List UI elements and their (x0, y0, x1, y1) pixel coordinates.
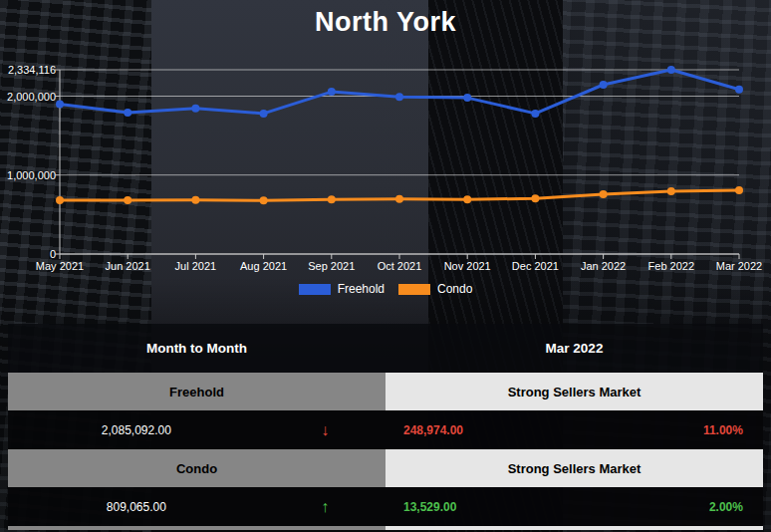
legend-swatch-icon (398, 284, 430, 295)
legend-item-condo[interactable]: Condo (398, 282, 472, 296)
legend-label: Condo (437, 282, 472, 296)
chart-legend: FreeholdCondo (0, 282, 771, 296)
price-trend-chart: 2,334,1162,000,0001,000,0000 May 2021Jun… (0, 0, 771, 309)
x-tick-label: Oct 2021 (370, 260, 429, 272)
x-tick-label: Dec 2021 (505, 260, 565, 272)
row-label-freehold: Freehold (8, 373, 386, 410)
y-tick-label: 2,000,000 (0, 90, 56, 104)
up-arrow-icon: ↑ (265, 499, 386, 515)
legend-label: Freehold (338, 282, 385, 296)
freehold-market-status: Strong Sellers Market (386, 373, 763, 410)
x-tick-label: Jan 2022 (574, 260, 634, 272)
freehold-percent: 11.00% (590, 423, 763, 437)
x-tick-label: Sep 2021 (302, 260, 362, 272)
down-arrow-icon: ↓ (265, 422, 386, 438)
x-tick-label: Jun 2021 (98, 260, 157, 272)
x-tick-label: Feb 2022 (642, 260, 701, 272)
freehold-label-row: Freehold Strong Sellers Market (8, 373, 763, 410)
x-tick-label: Aug 2021 (234, 260, 294, 272)
row-label-condo: Condo (8, 449, 386, 487)
next-row-sliver (8, 526, 763, 530)
legend-swatch-icon (299, 284, 331, 295)
freehold-data-row: 2,085,092.00 ↓ 248,974.00 11.00% (8, 410, 763, 449)
plot-area[interactable] (60, 70, 739, 260)
dashboard-window: North York 2,334,1162,000,0001,000,0000 … (0, 0, 771, 532)
condo-percent: 2.00% (590, 500, 763, 514)
market-summary-table: Month to Month Mar 2022 Freehold Strong … (8, 324, 763, 530)
condo-change: 13,529.00 (386, 500, 590, 514)
y-tick-label: 2,334,116 (0, 63, 56, 77)
condo-label-row: Condo Strong Sellers Market (8, 449, 763, 487)
x-tick-label: May 2021 (30, 260, 90, 272)
freehold-change: 248,974.00 (386, 423, 590, 437)
header-month-to-month: Month to Month (8, 324, 386, 373)
condo-data-row: 809,065.00 ↑ 13,529.00 2.00% (8, 487, 763, 526)
freehold-price: 2,085,092.00 (8, 423, 265, 437)
condo-price: 809,065.00 (8, 500, 265, 514)
y-tick-label: 0 (0, 247, 56, 261)
x-tick-label: Jul 2021 (165, 260, 225, 272)
table-header-row: Month to Month Mar 2022 (8, 324, 763, 373)
header-period: Mar 2022 (386, 324, 763, 373)
y-tick-label: 1,000,000 (0, 168, 56, 182)
condo-market-status: Strong Sellers Market (386, 449, 763, 487)
legend-item-freehold[interactable]: Freehold (299, 282, 385, 296)
x-tick-label: Nov 2021 (437, 260, 497, 272)
x-tick-label: Mar 2022 (709, 260, 769, 272)
